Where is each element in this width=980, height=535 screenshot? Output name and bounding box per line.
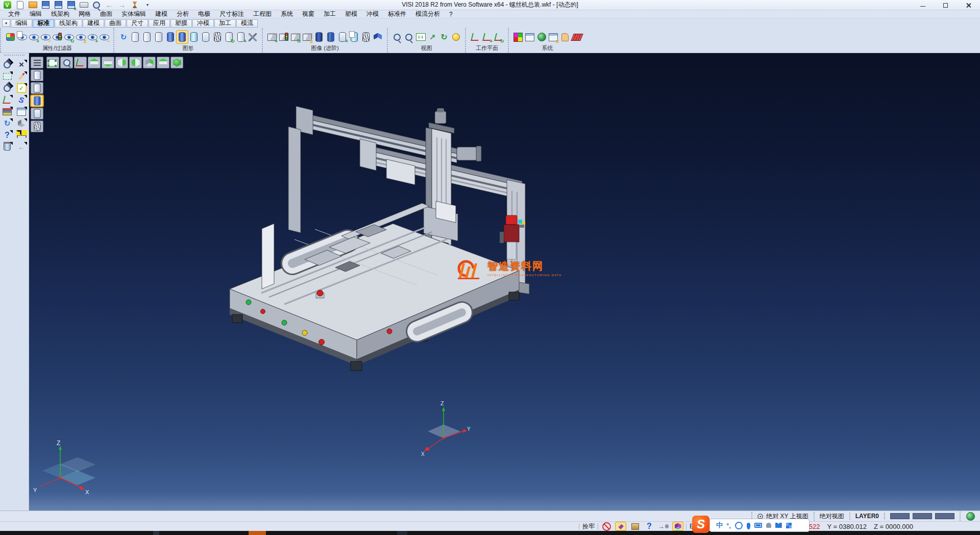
toolbox-icon[interactable] (630, 522, 640, 530)
visi-logo-icon[interactable] (2, 0, 13, 11)
ime-keyboard-icon[interactable] (754, 523, 762, 528)
system-globe-icon[interactable] (536, 31, 547, 43)
open-file-icon[interactable] (27, 0, 38, 11)
striped-cylinder-icon[interactable] (325, 31, 336, 43)
menu-analysis[interactable]: 分析 (173, 10, 193, 18)
filter-checkbox-icon[interactable] (15, 83, 28, 93)
tab-machining[interactable]: 加工 (214, 19, 236, 28)
view-back-icon[interactable] (157, 57, 169, 68)
tab-dropdown-icon[interactable] (2, 19, 10, 27)
scale-1to1-icon[interactable] (415, 31, 426, 43)
window-colors-icon[interactable] (524, 31, 535, 43)
solids-add-icon[interactable] (266, 31, 278, 43)
render-hatch-icon[interactable] (31, 120, 43, 132)
macro-icon[interactable] (129, 0, 140, 11)
context-help-icon[interactable] (644, 522, 654, 530)
tab-surface[interactable]: 曲面 (105, 19, 126, 28)
color-swatch[interactable] (890, 513, 910, 519)
select-rectangle-icon[interactable] (1, 71, 13, 82)
menu-electrode[interactable]: 电极 (194, 10, 214, 18)
shaded-edges-cylinder-icon[interactable] (177, 31, 188, 43)
view-bottom-icon[interactable] (102, 57, 114, 68)
close-button[interactable] (957, 0, 980, 10)
wcs-axes-icon[interactable] (1, 94, 13, 105)
workplane-move-icon[interactable] (493, 31, 504, 43)
hatched-cylinder-icon[interactable] (360, 31, 372, 43)
tab-standard[interactable]: 标准 (33, 19, 54, 28)
ime-mic-icon[interactable] (747, 523, 750, 528)
solids-toggle-icon[interactable] (302, 31, 313, 43)
cylinder-copy-icon[interactable] (235, 31, 247, 43)
render-wireframe-icon[interactable] (31, 69, 43, 81)
workplane-axes-icon[interactable] (470, 31, 481, 43)
render-settings-icon[interactable] (247, 31, 258, 43)
recycle-bin-icon[interactable] (1, 141, 13, 152)
layer-indicator[interactable]: LAYER0 (849, 513, 884, 520)
pan-arrow-icon[interactable] (427, 31, 438, 43)
save-as-icon[interactable] (53, 0, 64, 11)
globe-icon[interactable] (966, 512, 975, 521)
preview-icon[interactable] (91, 0, 102, 11)
menu-mold[interactable]: 塑模 (341, 10, 361, 18)
hide-all-icon[interactable] (99, 31, 110, 43)
graphics-viewport[interactable]: Z Y X Z X Y (29, 53, 980, 510)
workplane-edit-icon[interactable] (481, 31, 493, 43)
render-hidden-icon[interactable] (31, 82, 43, 94)
menu-help[interactable]: ? (445, 11, 457, 18)
zoom-inout-icon[interactable] (391, 31, 403, 43)
curve-tool-icon[interactable] (15, 94, 28, 105)
help-icon[interactable] (1, 130, 13, 140)
tab-mold[interactable]: 塑膜 (170, 19, 192, 28)
ghost-cylinder-icon[interactable] (200, 31, 211, 43)
view-shaded-iso-icon[interactable] (170, 57, 183, 68)
select-hand-icon[interactable] (559, 31, 571, 43)
menu-flow-analysis[interactable]: 模流分析 (411, 10, 444, 18)
taskbar-app[interactable] (153, 531, 159, 535)
tab-application[interactable]: 应用 (149, 19, 170, 28)
no-entry-icon[interactable] (601, 522, 611, 530)
shaded-cylinder-icon[interactable] (165, 31, 176, 43)
attribute-palette-icon[interactable] (5, 31, 16, 43)
menu-machining[interactable]: 加工 (320, 10, 340, 18)
windows-taskbar-sliver[interactable] (0, 531, 980, 535)
window-settings-icon[interactable] (548, 31, 559, 43)
navy-cylinder-icon[interactable] (313, 31, 325, 43)
ime-emoji-icon[interactable] (735, 522, 743, 529)
dynamic-rotate-axes-icon[interactable] (74, 57, 87, 68)
delete-sketch-icon[interactable] (15, 59, 28, 70)
ime-skin-icon[interactable] (775, 523, 782, 528)
show-all-icon[interactable] (87, 31, 98, 43)
menu-dimension[interactable]: 尺寸标注 (215, 10, 248, 18)
color-swatch[interactable] (935, 513, 954, 519)
color-swatch[interactable] (913, 513, 932, 519)
machine-model[interactable] (230, 106, 529, 371)
color-grid-icon[interactable] (512, 31, 524, 43)
menu-die[interactable]: 冲模 (362, 10, 383, 18)
model-canvas[interactable]: Z Y X Z X Y (29, 53, 980, 510)
view-top-icon[interactable] (88, 57, 101, 68)
verify-cylinder-icon[interactable] (337, 31, 348, 43)
print-icon[interactable] (78, 0, 89, 11)
solid-cube-icon[interactable] (15, 118, 28, 129)
lock-toggle[interactable]: 拴牢 (582, 522, 595, 531)
hidden-line-cylinder-icon[interactable] (141, 31, 153, 43)
save-icon[interactable] (40, 0, 51, 11)
sketch-pencil-icon[interactable] (15, 71, 28, 82)
tab-wireframe[interactable]: 线架构 (55, 19, 82, 28)
menu-window[interactable]: 视窗 (298, 10, 318, 18)
refresh-visibility-icon[interactable] (63, 31, 75, 43)
ime-mode-chinese[interactable]: 中 (716, 521, 723, 530)
view-iso-icon[interactable] (143, 57, 156, 68)
new-file-icon[interactable] (14, 0, 26, 11)
measure-icon[interactable] (15, 130, 28, 140)
view-right-icon[interactable] (115, 57, 128, 68)
fit-view-icon[interactable] (46, 57, 59, 68)
tab-modeling[interactable]: 建模 (83, 19, 104, 28)
snap-cube-icon[interactable] (658, 522, 669, 530)
zoom-dynamic-icon[interactable] (60, 57, 73, 68)
regen-icon[interactable] (118, 31, 129, 43)
ime-punctuation-icon[interactable] (726, 522, 731, 529)
cylinder-group-icon[interactable] (224, 31, 235, 43)
render-shaded-icon[interactable] (31, 95, 43, 107)
view-face-icon[interactable] (450, 31, 461, 43)
